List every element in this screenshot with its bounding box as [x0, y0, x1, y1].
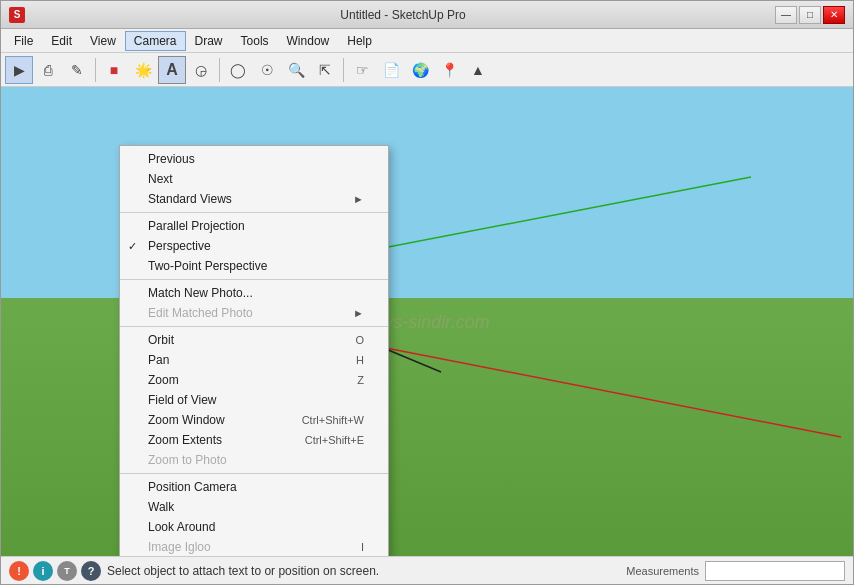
- zoom-window-shortcut: Ctrl+Shift+W: [262, 414, 364, 426]
- toolbar-separator-3: [343, 58, 344, 82]
- match-new-photo-label: Match New Photo...: [148, 286, 253, 300]
- zoom-extents-shortcut: Ctrl+Shift+E: [265, 434, 364, 446]
- menu-item-edit-matched-photo: Edit Matched Photo ►: [120, 303, 388, 323]
- menu-item-image-igloo: Image Igloo I: [120, 537, 388, 556]
- menu-item-look-around[interactable]: Look Around: [120, 517, 388, 537]
- text-button[interactable]: A: [158, 56, 186, 84]
- zoom-button[interactable]: 🔍: [282, 56, 310, 84]
- add-location-button[interactable]: 📍: [435, 56, 463, 84]
- menu-help[interactable]: Help: [338, 31, 381, 51]
- zoom-to-photo-label: Zoom to Photo: [148, 453, 227, 467]
- image-igloo-shortcut: I: [321, 541, 364, 553]
- parallel-projection-label: Parallel Projection: [148, 219, 245, 233]
- perspective-check: ✓: [128, 240, 137, 253]
- standard-views-label: Standard Views: [148, 192, 232, 206]
- previous-label: Previous: [148, 152, 195, 166]
- perspective-label: Perspective: [148, 239, 211, 253]
- svg-line-1: [381, 347, 841, 437]
- next-label: Next: [148, 172, 173, 186]
- component-button[interactable]: ■: [100, 56, 128, 84]
- section-button[interactable]: 📄: [377, 56, 405, 84]
- edit-matched-photo-arrow: ►: [353, 307, 364, 319]
- select-tool-button[interactable]: ▶: [5, 56, 33, 84]
- paint-tool-button[interactable]: ✎: [63, 56, 91, 84]
- separator-3: [120, 326, 388, 327]
- menu-bar: File Edit View Camera Draw Tools Window …: [1, 29, 853, 53]
- zoom-label: Zoom: [148, 373, 179, 387]
- title-bar: S Untitled - SketchUp Pro — □ ✕: [1, 1, 853, 29]
- menu-item-previous[interactable]: Previous: [120, 149, 388, 169]
- menu-item-standard-views[interactable]: Standard Views ►: [120, 189, 388, 209]
- menu-item-position-camera[interactable]: Position Camera: [120, 477, 388, 497]
- menu-draw[interactable]: Draw: [186, 31, 232, 51]
- main-content: buys-sindir.com Previous Nex: [1, 87, 853, 556]
- zoom-shortcut: Z: [317, 374, 364, 386]
- close-button[interactable]: ✕: [823, 6, 845, 24]
- menu-view[interactable]: View: [81, 31, 125, 51]
- window-title: Untitled - SketchUp Pro: [31, 8, 775, 22]
- app-window: S Untitled - SketchUp Pro — □ ✕ File Edi…: [0, 0, 854, 585]
- geo-location-button[interactable]: 🌍: [406, 56, 434, 84]
- dimensions-button[interactable]: ◶: [187, 56, 215, 84]
- image-igloo-label: Image Igloo: [148, 540, 211, 554]
- svg-line-2: [381, 347, 441, 372]
- menu-item-next[interactable]: Next: [120, 169, 388, 189]
- walk-label: Walk: [148, 500, 174, 514]
- status-icons: ! i T ?: [9, 561, 101, 581]
- menu-item-zoom-window[interactable]: Zoom Window Ctrl+Shift+W: [120, 410, 388, 430]
- walk-button[interactable]: ☞: [348, 56, 376, 84]
- menu-item-parallel-projection[interactable]: Parallel Projection: [120, 216, 388, 236]
- menu-item-zoom[interactable]: Zoom Z: [120, 370, 388, 390]
- instructor-icon[interactable]: T: [57, 561, 77, 581]
- status-text: Select object to attach text to or posit…: [107, 564, 620, 578]
- menu-item-two-point-perspective[interactable]: Two-Point Perspective: [120, 256, 388, 276]
- zoom-extents-button[interactable]: ⇱: [311, 56, 339, 84]
- measurements-input[interactable]: [705, 561, 845, 581]
- pan-button[interactable]: ☉: [253, 56, 281, 84]
- warning-icon[interactable]: !: [9, 561, 29, 581]
- menu-edit[interactable]: Edit: [42, 31, 81, 51]
- menu-item-field-of-view[interactable]: Field of View: [120, 390, 388, 410]
- toolbar-separator-1: [95, 58, 96, 82]
- zoom-window-label: Zoom Window: [148, 413, 225, 427]
- standard-views-arrow: ►: [353, 193, 364, 205]
- minimize-button[interactable]: —: [775, 6, 797, 24]
- eraser-tool-button[interactable]: ⎙: [34, 56, 62, 84]
- menu-item-zoom-to-photo: Zoom to Photo: [120, 450, 388, 470]
- separator-1: [120, 212, 388, 213]
- pan-shortcut: H: [316, 354, 364, 366]
- toggle-terrain-button[interactable]: ▲: [464, 56, 492, 84]
- two-point-perspective-label: Two-Point Perspective: [148, 259, 267, 273]
- app-icon: S: [9, 7, 25, 23]
- window-controls: — □ ✕: [775, 6, 845, 24]
- menu-camera[interactable]: Camera: [125, 31, 186, 51]
- menu-item-zoom-extents[interactable]: Zoom Extents Ctrl+Shift+E: [120, 430, 388, 450]
- separator-2: [120, 279, 388, 280]
- help-circle-icon[interactable]: ?: [81, 561, 101, 581]
- menu-window[interactable]: Window: [278, 31, 339, 51]
- zoom-extents-label: Zoom Extents: [148, 433, 222, 447]
- orbit-shortcut: O: [315, 334, 364, 346]
- menu-item-walk[interactable]: Walk: [120, 497, 388, 517]
- camera-dropdown-menu: Previous Next Standard Views ► Parallel …: [119, 145, 389, 556]
- pan-label: Pan: [148, 353, 169, 367]
- toolbar: ▶ ⎙ ✎ ■ 🌟 A ◶ ◯ ☉ 🔍 ⇱ ☞ 📄 🌍 📍 ▲: [1, 53, 853, 87]
- toolbar-separator-2: [219, 58, 220, 82]
- separator-4: [120, 473, 388, 474]
- materials-button[interactable]: 🌟: [129, 56, 157, 84]
- menu-item-pan[interactable]: Pan H: [120, 350, 388, 370]
- look-around-label: Look Around: [148, 520, 215, 534]
- menu-tools[interactable]: Tools: [232, 31, 278, 51]
- field-of-view-label: Field of View: [148, 393, 216, 407]
- orbit-label: Orbit: [148, 333, 174, 347]
- orbit-button[interactable]: ◯: [224, 56, 252, 84]
- menu-file[interactable]: File: [5, 31, 42, 51]
- measurements-label: Measurements: [626, 565, 699, 577]
- maximize-button[interactable]: □: [799, 6, 821, 24]
- info-icon[interactable]: i: [33, 561, 53, 581]
- menu-item-perspective[interactable]: ✓ Perspective: [120, 236, 388, 256]
- position-camera-label: Position Camera: [148, 480, 237, 494]
- menu-item-match-new-photo[interactable]: Match New Photo...: [120, 283, 388, 303]
- menu-item-orbit[interactable]: Orbit O: [120, 330, 388, 350]
- camera-dropdown-overlay: Previous Next Standard Views ► Parallel …: [119, 145, 389, 556]
